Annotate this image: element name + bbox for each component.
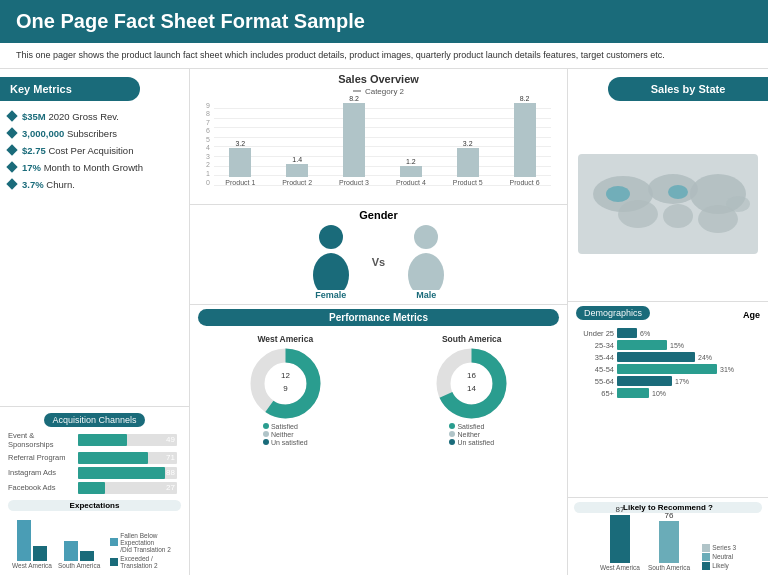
acq-bar-label: Referral Program — [8, 453, 78, 462]
bar-group: 8.2 Product 6 — [498, 95, 551, 186]
acq-bar-fill — [78, 467, 165, 479]
metric-item: $2.75 Cost Per Acquisition — [8, 145, 181, 156]
acq-bar-fill — [78, 452, 148, 464]
map-area — [568, 107, 768, 303]
female-svg — [306, 225, 356, 290]
acq-bar-fill — [78, 434, 127, 446]
exp-legend: Fallen BelowExpectation/Did Translation … — [110, 532, 171, 569]
sales-by-state-header: Sales by State — [608, 77, 768, 101]
west-donut-svg: 12 9 — [248, 346, 323, 421]
female-figure: Female — [306, 225, 356, 300]
bar-xlabel: Product 5 — [453, 179, 483, 186]
metrics-list: $35M 2020 Gross Rev. 3,000,000 Subscribe… — [0, 107, 189, 406]
acq-bar-item: Instagram Ads 88 — [8, 467, 181, 479]
svg-point-3 — [408, 253, 444, 290]
male-label: Male — [416, 290, 436, 300]
age-bar — [617, 352, 695, 362]
likely-bar-west: 87 West America — [600, 505, 640, 571]
exp-bar-short — [33, 546, 47, 561]
expectations-section: Expectations West America — [8, 500, 181, 569]
bar-column — [457, 148, 479, 177]
bar-value-label: 8.2 — [514, 95, 536, 102]
age-val: 17% — [675, 378, 693, 385]
likely-bar-fill — [610, 515, 630, 563]
gender-section: Gender Female Vs — [190, 205, 567, 305]
page-subtitle: This one pager shows the product launch … — [0, 43, 768, 69]
acq-bar-label: Facebook Ads — [8, 483, 78, 492]
metric-text: $2.75 Cost Per Acquisition — [22, 145, 133, 156]
age-val: 10% — [652, 390, 670, 397]
age-label: 25-34 — [576, 341, 614, 350]
likely-bar-value: 76 — [665, 511, 674, 520]
likely-bars: 87 West America 76 South America — [574, 516, 762, 571]
acq-bar-value: 71 — [166, 453, 175, 462]
acq-bar-item: Facebook Ads 27 — [8, 482, 181, 494]
acq-bar-label: Instagram Ads — [8, 468, 78, 477]
acq-bar-item: Referral Program 71 — [8, 452, 181, 464]
legend-dot — [263, 423, 269, 429]
exp-bar-tall — [64, 541, 78, 561]
age-val: 6% — [640, 330, 658, 337]
age-bar-row: 65+ 10% — [576, 388, 760, 398]
svg-point-1 — [313, 253, 349, 290]
age-bar — [617, 340, 667, 350]
bar-group: 1.4 Product 2 — [271, 156, 324, 186]
bar-group: 3.2 Product 1 — [214, 140, 267, 186]
acq-bar-track: 49 — [78, 434, 177, 446]
age-label: Under 25 — [576, 329, 614, 338]
likely-bar-south: 76 South America — [648, 511, 690, 571]
acq-bar-item: Event & Sponsorships 49 — [8, 431, 181, 449]
exp-legend-dot — [110, 538, 118, 546]
age-val: 15% — [670, 342, 688, 349]
acq-channels-label: Acquisition Channels — [44, 413, 144, 427]
legend-dot — [702, 562, 710, 570]
legend-dot — [702, 553, 710, 561]
male-figure: Male — [401, 225, 451, 300]
demographics-label: Demographics — [576, 306, 650, 320]
svg-point-2 — [414, 225, 438, 249]
west-donut-container: 12 9 — [248, 346, 323, 421]
metric-text: 3,000,000 Subscribers — [22, 128, 117, 139]
gender-figures: Female Vs Male — [194, 225, 563, 300]
south-donut-svg: 16 14 — [434, 346, 509, 421]
center-column: Sales Overview Category 2 9 8 7 6 5 4 3 — [190, 69, 568, 575]
legend-dot — [449, 431, 455, 437]
exp-x-label: South America — [58, 562, 100, 569]
bar-group: 1.2 Product 4 — [384, 158, 437, 186]
metric-item: 3.7% Churn. — [8, 179, 181, 190]
right-column: Sales by State — [568, 69, 768, 575]
age-bar-row: Under 25 6% — [576, 328, 760, 338]
female-label: Female — [315, 290, 346, 300]
page-header: One Page Fact Sheet Format Sample — [0, 0, 768, 43]
diamond-icon — [6, 178, 17, 189]
exp-bar-tall — [17, 520, 31, 561]
page-wrapper: One Page Fact Sheet Format Sample This o… — [0, 0, 768, 575]
west-america-title: West America — [257, 334, 313, 344]
metric-item: 17% Month to Month Growth — [8, 162, 181, 173]
metric-text: 3.7% Churn. — [22, 179, 75, 190]
likely-bar-label: South America — [648, 564, 690, 571]
exp-legend-dot — [110, 558, 118, 566]
bar-value-label: 8.2 — [343, 95, 365, 102]
age-bar — [617, 376, 672, 386]
left-column: Key Metrics $35M 2020 Gross Rev. 3,000,0… — [0, 69, 190, 575]
age-label: 55-64 — [576, 377, 614, 386]
svg-text:14: 14 — [467, 384, 476, 393]
legend-dot — [263, 431, 269, 437]
west-donut-legend: Satisfied Neither Un satisfied — [263, 423, 308, 447]
demographics-section: Demographics Age Under 25 6% 25-34 15% 3… — [568, 302, 768, 497]
main-content: Key Metrics $35M 2020 Gross Rev. 3,000,0… — [0, 69, 768, 575]
west-america-section: West America 12 9 — [194, 334, 377, 573]
svg-text:9: 9 — [283, 384, 288, 393]
gender-title: Gender — [194, 209, 563, 221]
age-label: 35-44 — [576, 353, 614, 362]
key-metrics-header: Key Metrics — [0, 77, 140, 101]
svg-point-20 — [668, 185, 688, 199]
bar-xlabel: Product 3 — [339, 179, 369, 186]
diamond-icon — [6, 110, 17, 121]
bar-value-label: 1.4 — [286, 156, 308, 163]
south-donut-legend: Satisfied Neither Un satisfied — [449, 423, 494, 447]
svg-point-18 — [726, 196, 750, 212]
age-bar-row: 45-54 31% — [576, 364, 760, 374]
svg-text:16: 16 — [467, 371, 476, 380]
